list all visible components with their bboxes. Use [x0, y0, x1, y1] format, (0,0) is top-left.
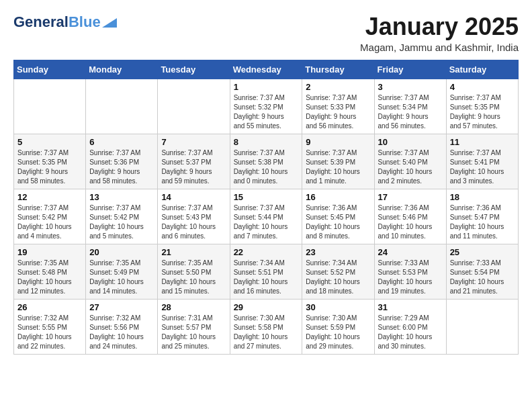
day-info: Sunrise: 7:37 AM Sunset: 5:40 PM Dayligh… — [378, 148, 443, 186]
calendar-cell: 14Sunrise: 7:37 AM Sunset: 5:43 PM Dayli… — [158, 189, 230, 244]
day-number: 5 — [17, 137, 82, 147]
calendar-cell: 8Sunrise: 7:37 AM Sunset: 5:38 PM Daylig… — [230, 134, 302, 189]
page-header: General Blue January 2025 Magam, Jammu a… — [13, 13, 519, 53]
calendar-cell: 17Sunrise: 7:36 AM Sunset: 5:46 PM Dayli… — [374, 189, 446, 244]
day-number: 2 — [306, 82, 370, 92]
day-info: Sunrise: 7:35 AM Sunset: 5:48 PM Dayligh… — [17, 259, 82, 296]
calendar-header-row: SundayMondayTuesdayWednesdayThursdayFrid… — [14, 60, 519, 79]
logo: General Blue — [13, 13, 117, 31]
day-info: Sunrise: 7:34 AM Sunset: 5:52 PM Dayligh… — [306, 259, 370, 296]
day-info: Sunrise: 7:29 AM Sunset: 6:00 PM Dayligh… — [378, 314, 443, 351]
calendar-week-row: 19Sunrise: 7:35 AM Sunset: 5:48 PM Dayli… — [14, 244, 519, 299]
day-info: Sunrise: 7:37 AM Sunset: 5:32 PM Dayligh… — [234, 93, 299, 131]
calendar-cell: 19Sunrise: 7:35 AM Sunset: 5:48 PM Dayli… — [14, 244, 86, 299]
calendar-cell: 26Sunrise: 7:32 AM Sunset: 5:55 PM Dayli… — [14, 299, 86, 354]
calendar-cell: 12Sunrise: 7:37 AM Sunset: 5:42 PM Dayli… — [14, 189, 86, 244]
calendar-cell: 1Sunrise: 7:37 AM Sunset: 5:32 PM Daylig… — [230, 79, 302, 134]
day-number: 4 — [450, 82, 515, 92]
calendar-cell: 22Sunrise: 7:34 AM Sunset: 5:51 PM Dayli… — [230, 244, 302, 299]
day-info: Sunrise: 7:37 AM Sunset: 5:33 PM Dayligh… — [306, 93, 370, 131]
calendar-cell: 23Sunrise: 7:34 AM Sunset: 5:52 PM Dayli… — [302, 244, 374, 299]
day-info: Sunrise: 7:37 AM Sunset: 5:42 PM Dayligh… — [17, 203, 82, 241]
day-number: 22 — [234, 247, 299, 257]
day-number: 7 — [161, 137, 226, 147]
calendar-cell: 30Sunrise: 7:30 AM Sunset: 5:59 PM Dayli… — [302, 299, 374, 354]
calendar-cell — [158, 79, 230, 134]
day-number: 8 — [234, 137, 299, 147]
day-number: 23 — [306, 247, 370, 257]
logo-arrow-icon — [102, 18, 117, 28]
col-header-thursday: Thursday — [302, 60, 374, 79]
day-info: Sunrise: 7:30 AM Sunset: 5:58 PM Dayligh… — [234, 314, 299, 351]
logo-general: General — [13, 13, 69, 31]
calendar-cell: 13Sunrise: 7:37 AM Sunset: 5:42 PM Dayli… — [86, 189, 158, 244]
day-number: 30 — [306, 302, 370, 312]
day-number: 27 — [89, 302, 154, 312]
day-number: 10 — [378, 137, 443, 147]
day-number: 3 — [378, 82, 443, 92]
day-number: 11 — [450, 137, 515, 147]
calendar-cell: 18Sunrise: 7:36 AM Sunset: 5:47 PM Dayli… — [446, 189, 518, 244]
day-number: 20 — [89, 247, 154, 257]
day-info: Sunrise: 7:37 AM Sunset: 5:35 PM Dayligh… — [450, 93, 515, 131]
day-info: Sunrise: 7:36 AM Sunset: 5:45 PM Dayligh… — [306, 203, 370, 241]
calendar-cell: 15Sunrise: 7:37 AM Sunset: 5:44 PM Dayli… — [230, 189, 302, 244]
day-info: Sunrise: 7:33 AM Sunset: 5:53 PM Dayligh… — [378, 259, 443, 296]
col-header-tuesday: Tuesday — [158, 60, 230, 79]
location-subtitle: Magam, Jammu and Kashmir, India — [360, 42, 519, 53]
day-info: Sunrise: 7:37 AM Sunset: 5:34 PM Dayligh… — [378, 93, 443, 131]
calendar-cell — [446, 299, 518, 354]
day-number: 9 — [306, 137, 370, 147]
calendar-cell: 10Sunrise: 7:37 AM Sunset: 5:40 PM Dayli… — [374, 134, 446, 189]
calendar-cell: 3Sunrise: 7:37 AM Sunset: 5:34 PM Daylig… — [374, 79, 446, 134]
calendar-week-row: 12Sunrise: 7:37 AM Sunset: 5:42 PM Dayli… — [14, 189, 519, 244]
day-number: 17 — [378, 192, 443, 202]
month-title: January 2025 — [360, 13, 519, 40]
day-info: Sunrise: 7:35 AM Sunset: 5:50 PM Dayligh… — [161, 259, 226, 296]
calendar-cell: 16Sunrise: 7:36 AM Sunset: 5:45 PM Dayli… — [302, 189, 374, 244]
day-number: 18 — [450, 192, 515, 202]
col-header-sunday: Sunday — [14, 60, 86, 79]
calendar-table: SundayMondayTuesdayWednesdayThursdayFrid… — [13, 60, 519, 355]
day-info: Sunrise: 7:37 AM Sunset: 5:39 PM Dayligh… — [306, 148, 370, 186]
calendar-week-row: 1Sunrise: 7:37 AM Sunset: 5:32 PM Daylig… — [14, 79, 519, 134]
col-header-wednesday: Wednesday — [230, 60, 302, 79]
calendar-cell: 9Sunrise: 7:37 AM Sunset: 5:39 PM Daylig… — [302, 134, 374, 189]
day-info: Sunrise: 7:37 AM Sunset: 5:41 PM Dayligh… — [450, 148, 515, 186]
calendar-cell: 6Sunrise: 7:37 AM Sunset: 5:36 PM Daylig… — [86, 134, 158, 189]
calendar-cell: 21Sunrise: 7:35 AM Sunset: 5:50 PM Dayli… — [158, 244, 230, 299]
day-info: Sunrise: 7:37 AM Sunset: 5:36 PM Dayligh… — [89, 148, 154, 186]
day-info: Sunrise: 7:37 AM Sunset: 5:42 PM Dayligh… — [89, 203, 154, 241]
day-info: Sunrise: 7:36 AM Sunset: 5:47 PM Dayligh… — [450, 203, 515, 241]
calendar-cell — [86, 79, 158, 134]
calendar-cell: 28Sunrise: 7:31 AM Sunset: 5:57 PM Dayli… — [158, 299, 230, 354]
calendar-week-row: 26Sunrise: 7:32 AM Sunset: 5:55 PM Dayli… — [14, 299, 519, 354]
calendar-cell: 27Sunrise: 7:32 AM Sunset: 5:56 PM Dayli… — [86, 299, 158, 354]
day-number: 31 — [378, 302, 443, 312]
calendar-cell — [14, 79, 86, 134]
day-number: 26 — [17, 302, 82, 312]
calendar-cell: 29Sunrise: 7:30 AM Sunset: 5:58 PM Dayli… — [230, 299, 302, 354]
day-info: Sunrise: 7:37 AM Sunset: 5:35 PM Dayligh… — [17, 148, 82, 186]
day-info: Sunrise: 7:37 AM Sunset: 5:43 PM Dayligh… — [161, 203, 226, 241]
calendar-cell: 11Sunrise: 7:37 AM Sunset: 5:41 PM Dayli… — [446, 134, 518, 189]
svg-marker-0 — [102, 18, 117, 28]
day-info: Sunrise: 7:32 AM Sunset: 5:55 PM Dayligh… — [17, 314, 82, 351]
calendar-cell: 24Sunrise: 7:33 AM Sunset: 5:53 PM Dayli… — [374, 244, 446, 299]
day-number: 14 — [161, 192, 226, 202]
day-number: 25 — [450, 247, 515, 257]
day-info: Sunrise: 7:32 AM Sunset: 5:56 PM Dayligh… — [89, 314, 154, 351]
day-number: 6 — [89, 137, 154, 147]
calendar-cell: 25Sunrise: 7:33 AM Sunset: 5:54 PM Dayli… — [446, 244, 518, 299]
day-number: 15 — [234, 192, 299, 202]
col-header-monday: Monday — [86, 60, 158, 79]
day-info: Sunrise: 7:37 AM Sunset: 5:38 PM Dayligh… — [234, 148, 299, 186]
day-number: 21 — [161, 247, 226, 257]
calendar-cell: 5Sunrise: 7:37 AM Sunset: 5:35 PM Daylig… — [14, 134, 86, 189]
day-number: 24 — [378, 247, 443, 257]
day-number: 12 — [17, 192, 82, 202]
day-number: 19 — [17, 247, 82, 257]
col-header-saturday: Saturday — [446, 60, 518, 79]
day-number: 16 — [306, 192, 370, 202]
day-info: Sunrise: 7:33 AM Sunset: 5:54 PM Dayligh… — [450, 259, 515, 296]
